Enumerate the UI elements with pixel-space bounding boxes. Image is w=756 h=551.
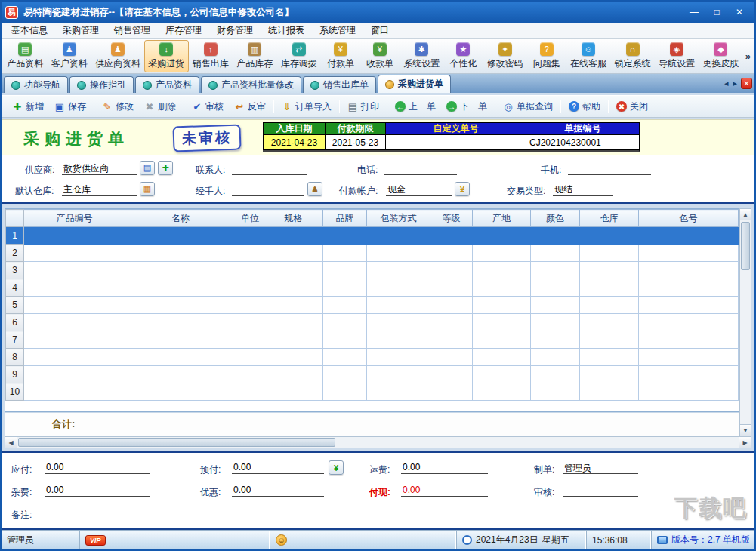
grid-cell[interactable] bbox=[264, 366, 323, 383]
menu-item[interactable]: 系统管理 bbox=[312, 22, 363, 39]
vip-icon[interactable]: VIP bbox=[85, 535, 106, 546]
grid-cell[interactable] bbox=[580, 349, 639, 366]
grid-cell[interactable] bbox=[531, 262, 580, 279]
grid-cell[interactable] bbox=[125, 245, 236, 262]
vertical-scroll-thumb[interactable] bbox=[741, 222, 750, 270]
column-header[interactable]: 等级 bbox=[430, 210, 473, 227]
tab[interactable]: 功能导航 bbox=[4, 76, 68, 93]
tab[interactable]: 产品资料批量修改 bbox=[201, 76, 301, 93]
cash-field[interactable]: 0.00 bbox=[401, 485, 488, 497]
toolbar-button[interactable]: ◆更换皮肤 bbox=[699, 40, 742, 72]
grid-cell[interactable] bbox=[323, 227, 367, 245]
horizontal-scroll-thumb[interactable] bbox=[18, 438, 335, 447]
grid-cell[interactable] bbox=[125, 349, 236, 366]
grid-cell[interactable] bbox=[430, 227, 473, 245]
grid-cell[interactable] bbox=[580, 314, 639, 331]
grid-cell[interactable] bbox=[430, 279, 473, 297]
contact-field[interactable] bbox=[232, 162, 307, 175]
grid-cell[interactable] bbox=[531, 366, 580, 383]
in-date-field[interactable]: 2021-04-23 bbox=[263, 135, 325, 150]
grid-cell[interactable] bbox=[236, 262, 264, 279]
grid-cell[interactable] bbox=[125, 331, 236, 349]
custom-no-field[interactable] bbox=[385, 135, 526, 150]
grid-cell[interactable] bbox=[430, 262, 473, 279]
action-button[interactable]: ?帮助 bbox=[563, 98, 606, 115]
grid-cell[interactable] bbox=[639, 383, 739, 401]
grid-cell[interactable] bbox=[531, 279, 580, 297]
grid-cell[interactable] bbox=[125, 383, 236, 401]
scroll-down-icon[interactable]: ▼ bbox=[740, 424, 751, 436]
row-number-cell[interactable]: 3 bbox=[6, 262, 24, 279]
grid-cell[interactable] bbox=[236, 279, 264, 297]
grid-cell[interactable] bbox=[24, 331, 125, 349]
column-header[interactable]: 规格 bbox=[264, 210, 323, 227]
toolbar-button[interactable]: ◈导航设置 bbox=[655, 40, 699, 72]
action-button[interactable]: ▣保存 bbox=[49, 98, 91, 115]
toolbar-button[interactable]: ↑销售出库 bbox=[189, 40, 233, 72]
grid-cell[interactable] bbox=[236, 297, 264, 314]
grid-cell[interactable] bbox=[531, 227, 580, 245]
action-button[interactable]: ✎修改 bbox=[97, 98, 139, 115]
grid-cell[interactable] bbox=[24, 383, 125, 401]
row-number-cell[interactable]: 8 bbox=[6, 349, 24, 366]
toolbar-button[interactable]: ⇄库存调拨 bbox=[276, 40, 320, 72]
scroll-up-icon[interactable]: ▲ bbox=[740, 209, 751, 220]
grid-cell[interactable] bbox=[639, 349, 739, 366]
grid-cell[interactable] bbox=[639, 227, 739, 245]
toolbar-button[interactable]: ☺在线客服 bbox=[566, 40, 610, 72]
grid-cell[interactable] bbox=[639, 314, 739, 331]
grid-cell[interactable] bbox=[24, 227, 125, 245]
grid-cell[interactable] bbox=[473, 314, 531, 331]
row-number-cell[interactable]: 9 bbox=[6, 366, 24, 383]
grid-cell[interactable] bbox=[639, 366, 739, 383]
grid-cell[interactable] bbox=[473, 227, 531, 245]
grid-cell[interactable] bbox=[580, 366, 639, 383]
action-button[interactable]: →下一单 bbox=[441, 98, 492, 115]
grid-cell[interactable] bbox=[531, 331, 580, 349]
grid-cell[interactable] bbox=[531, 383, 580, 401]
grid-cell[interactable] bbox=[639, 245, 739, 262]
freight-field[interactable]: 0.00 bbox=[401, 462, 488, 474]
menu-item[interactable]: 库存管理 bbox=[158, 22, 209, 39]
grid-cell[interactable] bbox=[236, 314, 264, 331]
warehouse-field[interactable]: 主仓库 bbox=[62, 183, 137, 196]
toolbar-button[interactable]: ¥付款单 bbox=[321, 40, 360, 72]
phone-field[interactable] bbox=[384, 162, 457, 175]
auditor-field[interactable] bbox=[563, 485, 638, 497]
grid-cell[interactable] bbox=[531, 314, 580, 331]
grid-cell[interactable] bbox=[531, 297, 580, 314]
grid-cell[interactable] bbox=[323, 297, 367, 314]
grid-cell[interactable] bbox=[367, 349, 430, 366]
action-button[interactable]: ✔审核 bbox=[187, 98, 229, 115]
column-header[interactable]: 色号 bbox=[639, 210, 739, 227]
scroll-left-icon[interactable]: ◀ bbox=[5, 437, 17, 448]
tab[interactable]: 产品资料 bbox=[135, 76, 199, 93]
grid-cell[interactable] bbox=[24, 314, 125, 331]
tab-prev-button[interactable]: ◂ bbox=[724, 78, 730, 88]
close-button[interactable]: ✕ bbox=[728, 4, 751, 20]
grid-cell[interactable] bbox=[580, 262, 639, 279]
grid-cell[interactable] bbox=[430, 366, 473, 383]
warehouse-pick-button[interactable]: ▦ bbox=[140, 182, 155, 196]
misc-fee-field[interactable]: 0.00 bbox=[45, 485, 150, 497]
toolbar-button[interactable]: ♟客户资料 bbox=[47, 40, 91, 72]
grid-cell[interactable] bbox=[24, 297, 125, 314]
doc-no-field[interactable]: CJ202104230001 bbox=[526, 135, 639, 150]
due-date-field[interactable]: 2021-05-23 bbox=[325, 135, 385, 150]
trade-type-field[interactable]: 现结 bbox=[553, 183, 613, 196]
grid-cell[interactable] bbox=[323, 245, 367, 262]
handler-pick-button[interactable]: ♟ bbox=[307, 182, 322, 196]
mobile-field[interactable] bbox=[568, 162, 651, 175]
grid-cell[interactable] bbox=[531, 245, 580, 262]
tab-next-button[interactable]: ▸ bbox=[732, 78, 738, 88]
grid-cell[interactable] bbox=[639, 279, 739, 297]
grid-cell[interactable] bbox=[367, 314, 430, 331]
grid-cell[interactable] bbox=[24, 245, 125, 262]
toolbar-button[interactable]: ♟供应商资料 bbox=[91, 40, 144, 72]
action-button[interactable]: ←上一单 bbox=[390, 98, 441, 115]
grid-cell[interactable] bbox=[639, 331, 739, 349]
menu-item[interactable]: 窗口 bbox=[363, 22, 397, 39]
grid-cell[interactable] bbox=[236, 245, 264, 262]
grid-cell[interactable] bbox=[264, 227, 323, 245]
maximize-button[interactable]: □ bbox=[705, 4, 728, 20]
